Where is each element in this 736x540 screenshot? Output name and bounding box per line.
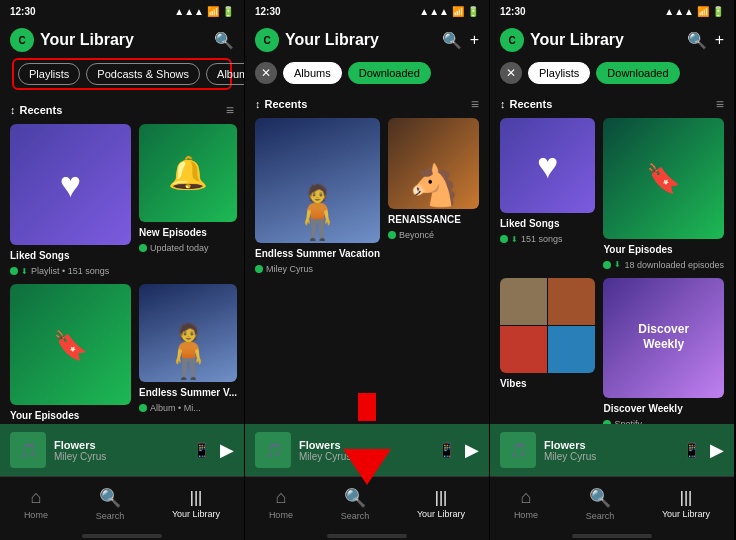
bookmark-icon: 🔖 bbox=[53, 328, 88, 361]
filter-playlists-1[interactable]: Playlists bbox=[18, 63, 80, 85]
green-dot bbox=[139, 244, 147, 252]
item-thumb-new-episodes: 🔔 bbox=[139, 124, 237, 222]
search-icon-2[interactable]: 🔍 bbox=[442, 31, 462, 50]
item-title: Liked Songs bbox=[10, 249, 131, 262]
nav-search-label-3: Search bbox=[586, 511, 615, 521]
filter-albums-1[interactable]: Albums bbox=[206, 63, 245, 85]
recents-label-2: ↕ Recents bbox=[255, 98, 307, 110]
nav-search-3[interactable]: 🔍 Search bbox=[586, 487, 615, 521]
list-item[interactable]: ♥ Liked Songs ⬇ Playlist • 151 songs bbox=[10, 124, 131, 276]
item-thumb-your-episodes-3: 🔖 bbox=[603, 118, 724, 239]
recents-row-2: ↕ Recents ≡ bbox=[245, 92, 489, 118]
filter-playlists-3[interactable]: Playlists bbox=[528, 62, 590, 84]
search-nav-icon-2: 🔍 bbox=[344, 487, 366, 509]
np-thumb-3: 🎵 bbox=[500, 432, 536, 468]
green-dot bbox=[10, 267, 18, 275]
library-grid-2: 🧍 Endless Summer Vacation Miley Cyrus 🐴 … bbox=[245, 118, 489, 424]
status-time-3: 12:30 bbox=[500, 6, 526, 17]
item-title: Liked Songs bbox=[500, 217, 595, 230]
np-thumb-2: 🎵 bbox=[255, 432, 291, 468]
library-header-3: C Your Library 🔍 + bbox=[490, 22, 734, 58]
library-title-3: Your Library bbox=[530, 31, 681, 49]
cast-icon-2[interactable]: 📱 bbox=[438, 442, 455, 458]
list-item[interactable]: 🔖 Your Episodes ⬇ Saved & downloaded e..… bbox=[10, 284, 131, 424]
search-icon-1[interactable]: 🔍 bbox=[214, 31, 234, 50]
nav-library-1[interactable]: ||| Your Library bbox=[172, 489, 220, 519]
now-playing-bar-3[interactable]: 🎵 Flowers Miley Cyrus 📱 ▶ bbox=[490, 424, 734, 476]
nav-home-3[interactable]: ⌂ Home bbox=[514, 487, 538, 520]
list-item[interactable]: DiscoverWeekly Discover Weekly Spotify bbox=[603, 278, 724, 424]
filter-albums-2[interactable]: Albums bbox=[283, 62, 342, 84]
nav-home-1[interactable]: ⌂ Home bbox=[24, 487, 48, 520]
nav-home-label-2: Home bbox=[269, 510, 293, 520]
nav-search-label-2: Search bbox=[341, 511, 370, 521]
home-icon-2: ⌂ bbox=[275, 487, 286, 508]
np-artist-2: Miley Cyrus bbox=[299, 451, 430, 462]
item-subtitle: ⬇ Playlist • 151 songs bbox=[10, 266, 131, 276]
heart-icon: ♥ bbox=[60, 164, 81, 206]
item-title: Endless Summer V... bbox=[139, 386, 237, 399]
list-item[interactable]: 🧍 Endless Summer V... Album • Mi... bbox=[139, 284, 237, 424]
status-icons-3: ▲▲▲ 📶 🔋 bbox=[664, 6, 724, 17]
nav-library-3[interactable]: ||| Your Library bbox=[662, 489, 710, 519]
nav-library-2[interactable]: ||| Your Library bbox=[417, 489, 465, 519]
nav-search-1[interactable]: 🔍 Search bbox=[96, 487, 125, 521]
now-playing-bar-1[interactable]: 🎵 Flowers Miley Cyrus 📱 ▶ bbox=[0, 424, 244, 476]
np-title-2: Flowers bbox=[299, 439, 430, 451]
filter-downloaded-3[interactable]: Downloaded bbox=[596, 62, 679, 84]
library-nav-icon: ||| bbox=[190, 489, 202, 507]
list-item[interactable]: 🐴 RENAISSANCE Beyoncé bbox=[388, 118, 479, 424]
cast-icon[interactable]: 📱 bbox=[193, 442, 210, 458]
list-item[interactable]: ♥ Liked Songs ⬇ 151 songs bbox=[500, 118, 595, 270]
item-thumb-endless-2: 🧍 bbox=[255, 118, 380, 243]
close-filter-btn-3[interactable]: ✕ bbox=[500, 62, 522, 84]
list-item[interactable]: 🔔 New Episodes Updated today bbox=[139, 124, 237, 276]
signal-icon: ▲▲▲ bbox=[174, 6, 204, 17]
search-icon-3[interactable]: 🔍 bbox=[687, 31, 707, 50]
item-title: New Episodes bbox=[139, 226, 237, 239]
wifi-icon-2: 📶 bbox=[452, 6, 464, 17]
list-view-icon-1[interactable]: ≡ bbox=[226, 102, 234, 118]
library-header-1: C Your Library 🔍 bbox=[0, 22, 244, 58]
signal-icon-3: ▲▲▲ bbox=[664, 6, 694, 17]
cast-icon-3[interactable]: 📱 bbox=[683, 442, 700, 458]
nav-search-2[interactable]: 🔍 Search bbox=[341, 487, 370, 521]
recents-label-1: ↕ Recents bbox=[10, 104, 62, 116]
horse-icon: 🐴 bbox=[409, 162, 459, 209]
play-icon[interactable]: ▶ bbox=[220, 439, 234, 461]
item-subtitle: ⬇ 151 songs bbox=[500, 234, 595, 244]
green-dot bbox=[255, 265, 263, 273]
list-item[interactable]: Vibes bbox=[500, 278, 595, 424]
play-icon-3[interactable]: ▶ bbox=[710, 439, 724, 461]
header-icons-3: 🔍 + bbox=[687, 31, 724, 50]
close-filter-btn-2[interactable]: ✕ bbox=[255, 62, 277, 84]
nav-home-2[interactable]: ⌂ Home bbox=[269, 487, 293, 520]
sort-icon-3: ↕ bbox=[500, 98, 506, 110]
sort-icon-2: ↕ bbox=[255, 98, 261, 110]
list-view-icon-3[interactable]: ≡ bbox=[716, 96, 724, 112]
add-icon-2[interactable]: + bbox=[470, 31, 479, 49]
green-dot bbox=[388, 231, 396, 239]
spotify-logo-1: C bbox=[10, 28, 34, 52]
np-controls-3: 📱 ▶ bbox=[683, 439, 724, 461]
person-icon: 🧍 bbox=[156, 321, 221, 382]
library-grid-3: ♥ Liked Songs ⬇ 151 songs 🔖 Your Episode… bbox=[490, 118, 734, 424]
filter-downloaded-2[interactable]: Downloaded bbox=[348, 62, 431, 84]
filter-tabs-3: ✕ Playlists Downloaded bbox=[490, 58, 734, 92]
green-dot bbox=[500, 235, 508, 243]
play-icon-2[interactable]: ▶ bbox=[465, 439, 479, 461]
green-dot bbox=[139, 404, 147, 412]
filter-tabs-container-1: Playlists Podcasts & Shows Albums Artist… bbox=[12, 58, 232, 90]
filter-podcasts-1[interactable]: Podcasts & Shows bbox=[86, 63, 200, 85]
list-view-icon-2[interactable]: ≡ bbox=[471, 96, 479, 112]
list-item[interactable]: 🔖 Your Episodes ⬇ 18 downloaded episodes bbox=[603, 118, 724, 270]
list-item[interactable]: 🧍 Endless Summer Vacation Miley Cyrus bbox=[255, 118, 380, 424]
add-icon-3[interactable]: + bbox=[715, 31, 724, 49]
bookmark-icon-3: 🔖 bbox=[646, 162, 681, 195]
bottom-nav-2: ⌂ Home 🔍 Search ||| Your Library bbox=[245, 476, 489, 530]
np-info-2: Flowers Miley Cyrus bbox=[299, 439, 430, 462]
now-playing-bar-2[interactable]: 🎵 Flowers Miley Cyrus 📱 ▶ bbox=[245, 424, 489, 476]
nav-home-label-3: Home bbox=[514, 510, 538, 520]
item-subtitle: Beyoncé bbox=[388, 230, 479, 240]
nav-library-label-3: Your Library bbox=[662, 509, 710, 519]
